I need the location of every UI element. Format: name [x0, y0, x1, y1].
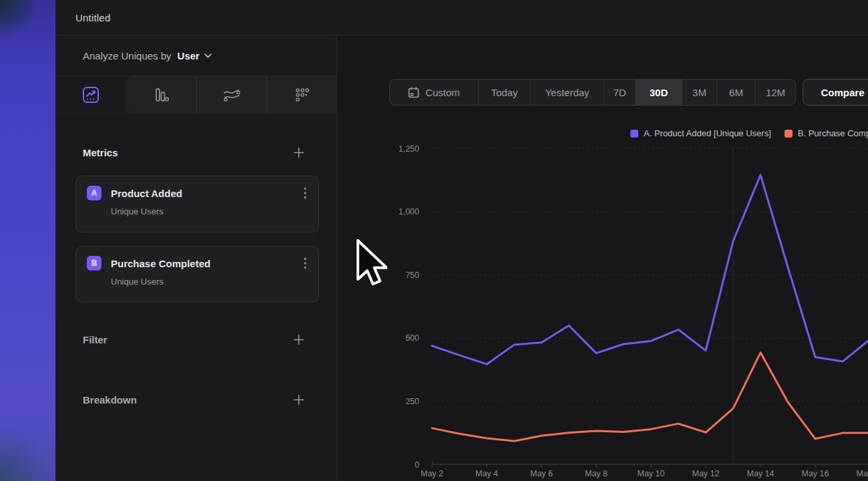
titlebar: Untitled: [55, 0, 868, 35]
chart-panel: CustomTodayYesterday7D30D3M6M12M Compare…: [337, 35, 868, 481]
add-filter-button[interactable]: [293, 334, 304, 345]
line-chart-icon: [82, 86, 99, 104]
metric-measure: Unique Users: [111, 277, 308, 287]
breakdown-section: Breakdown: [55, 389, 337, 410]
background-gradient-strip: [0, 0, 55, 481]
y-tick-label: 750: [405, 271, 419, 280]
measurement-value: User: [178, 50, 200, 61]
x-tick-label: May 10: [638, 469, 665, 478]
app-window: Untitled Analyze Uniques by User: [55, 0, 868, 481]
analyze-label: Analyze Uniques by: [83, 50, 172, 61]
metrics-title: Metrics: [83, 147, 118, 158]
add-metric-button[interactable]: [293, 147, 304, 158]
measurement-dropdown[interactable]: User: [178, 50, 212, 61]
x-tick-label: May 2: [421, 469, 443, 478]
plus-icon: [293, 147, 304, 158]
x-tick-label: May 4: [475, 469, 498, 478]
y-tick-label: 250: [405, 397, 419, 406]
x-tick-label: May 18: [857, 469, 868, 478]
analytics-app: Untitled Analyze Uniques by User: [0, 0, 868, 481]
metric-card-product-added[interactable]: A Product Added Unique Users: [75, 176, 319, 232]
x-tick-label: May 8: [585, 469, 608, 478]
tab-data-grid[interactable]: [266, 76, 337, 114]
tab-flow[interactable]: [196, 76, 267, 114]
y-tick-label: 1,000: [399, 207, 419, 216]
chart-type-tabgroup: [126, 76, 337, 113]
plus-icon: [293, 394, 304, 406]
series-line[interactable]: [432, 175, 868, 364]
metric-name: Purchase Completed: [111, 258, 302, 269]
filter-title: Filter: [83, 334, 107, 345]
metric-measure: Unique Users: [111, 206, 308, 216]
metric-card-purchase-completed[interactable]: B Purchase Completed Unique Users: [75, 246, 319, 303]
add-breakdown-button[interactable]: [293, 394, 304, 406]
chart-type-tabstrip: [55, 76, 337, 114]
data-grid-icon: [293, 86, 310, 104]
metric-options-button[interactable]: [302, 256, 308, 271]
y-tick-label: 0: [415, 460, 419, 470]
x-tick-label: May 14: [747, 469, 775, 478]
metric-badge: B: [87, 256, 101, 271]
x-tick-label: May 16: [802, 469, 829, 478]
y-tick-label: 1,250: [399, 144, 419, 154]
metric-name: Product Added: [111, 188, 302, 199]
flow-icon: [222, 86, 241, 104]
kebab-icon: [304, 187, 306, 199]
x-tick-label: May 12: [692, 469, 720, 478]
kebab-icon: [304, 257, 306, 269]
bar-chart-icon: [152, 86, 170, 104]
document-title: Untitled: [75, 12, 110, 23]
tab-line-chart[interactable]: [55, 76, 126, 114]
analyze-row: Analyze Uniques by User: [55, 35, 337, 76]
plus-icon: [293, 334, 304, 345]
query-sidebar: Analyze Uniques by User: [55, 35, 337, 481]
tab-bar-chart[interactable]: [126, 76, 196, 114]
metric-badge: A: [87, 186, 101, 200]
chevron-down-icon: [204, 53, 212, 58]
metric-options-button[interactable]: [302, 186, 308, 200]
filter-section: Filter: [55, 329, 337, 349]
series-line[interactable]: [432, 353, 868, 441]
chart-canvas[interactable]: 02505007501,0001,250May 2May 4May 6May 8…: [337, 35, 868, 481]
breakdown-title: Breakdown: [83, 394, 137, 406]
y-tick-label: 500: [405, 333, 419, 343]
metrics-header: Metrics: [55, 142, 337, 162]
mouse-cursor: [354, 239, 387, 291]
x-tick-label: May 6: [530, 469, 553, 478]
